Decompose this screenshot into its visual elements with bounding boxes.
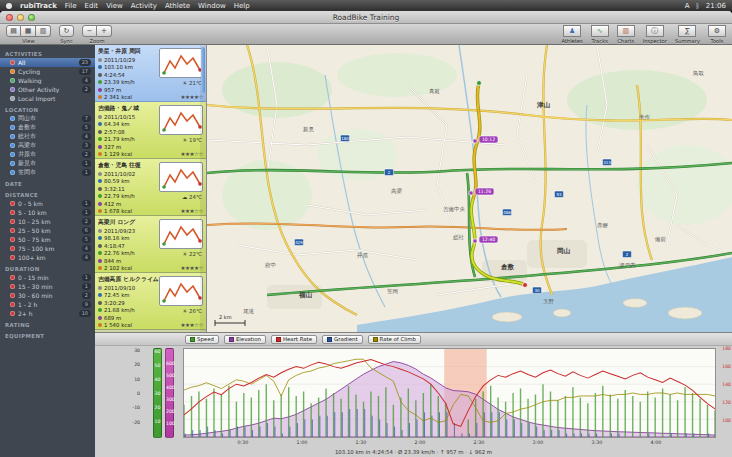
menu-item-6[interactable]: Window <box>198 2 226 10</box>
sidebar-item[interactable]: 15 - 30 min1 <box>0 282 95 291</box>
route-start-marker[interactable] <box>477 81 482 86</box>
sidebar-item[interactable]: 0 - 5 km1 <box>0 199 95 208</box>
legend-gradient[interactable]: Gradient <box>322 335 362 344</box>
elevation-axis: 600500400300200100 <box>165 348 174 438</box>
count-badge: 1 <box>82 169 91 176</box>
map-view[interactable]: 180231353486429302 10:1211:2612:40 津山真庭美… <box>207 45 732 332</box>
sidebar-item[interactable]: 1 - 2 h9 <box>0 300 95 309</box>
menu-item-4[interactable]: Activity <box>131 2 157 10</box>
stat-duration-icon <box>98 73 102 77</box>
map-label: 福山 <box>298 291 313 299</box>
sidebar-section-activities[interactable]: Activities <box>0 47 95 58</box>
sidebar-item[interactable]: 総社市4 <box>0 132 95 141</box>
sidebar-item[interactable]: 10 - 25 km2 <box>0 217 95 226</box>
stat-date-icon <box>98 115 102 119</box>
activity-card[interactable]: 高梁川 ロング2011/09/2398.16 km4:18:4722.76 km… <box>95 216 206 273</box>
count-badge: 4 <box>82 77 91 84</box>
charts-button[interactable]: ▥ <box>617 25 635 37</box>
summary-button[interactable]: ∑ <box>678 25 696 37</box>
sidebar-section-distance[interactable]: Distance <box>0 188 95 199</box>
sidebar-item[interactable]: 岡山市7 <box>0 114 95 123</box>
axis-tick: 60 <box>154 348 161 353</box>
sidebar-item-label: 0 - 5 km <box>18 200 79 207</box>
sidebar-item[interactable]: 高梁市3 <box>0 141 95 150</box>
legend-elevation[interactable]: Elevation <box>224 335 266 344</box>
inspector-button-wrap: ⓘInspector <box>643 25 667 44</box>
sidebar-item[interactable]: Other Activity2 <box>0 85 95 94</box>
count-badge: 1 <box>82 209 91 216</box>
activity-card[interactable]: 吉備路・鬼ノ城2011/10/1564.34 km2:57:0821.79 km… <box>95 102 206 159</box>
menu-item-1[interactable]: File <box>65 2 77 10</box>
chart-plot[interactable] <box>183 348 716 438</box>
sidebar-item[interactable]: 25 - 50 km6 <box>0 226 95 235</box>
athletes-button[interactable]: ♟ <box>563 25 581 37</box>
axis-tick: 120 <box>722 400 731 405</box>
sidebar-item[interactable]: 75 - 100 km4 <box>0 244 95 253</box>
map-label: 赤磐 <box>597 222 609 229</box>
sidebar-item[interactable]: 倉敷市5 <box>0 123 95 132</box>
sidebar-item[interactable]: 笠岡市1 <box>0 168 95 177</box>
sidebar-item[interactable]: 5 - 10 km1 <box>0 208 95 217</box>
sidebar-section-rating[interactable]: Rating <box>0 318 95 329</box>
zoom-in-icon[interactable]: + <box>97 25 112 37</box>
sidebar-item[interactable]: Cycling17 <box>0 67 95 76</box>
menu-item-2[interactable]: Edit <box>85 2 99 10</box>
right-column: 美星・井原 周回2011/10/29103.10 km4:24:5423.39 … <box>95 45 732 457</box>
chart-panel: SpeedElevationHeart RateGradientRate of … <box>95 332 732 457</box>
sidebar-section-location[interactable]: Location <box>0 103 95 114</box>
sidebar-section-equipment[interactable]: Equipment <box>0 329 95 340</box>
close-button[interactable] <box>6 14 13 21</box>
menu-clock[interactable]: 21:06 <box>706 2 726 10</box>
menu-item-0[interactable]: rubiTrack <box>20 2 57 10</box>
sidebar-item[interactable]: All23 <box>0 58 95 67</box>
minimize-button[interactable] <box>17 14 24 21</box>
sidebar-item[interactable]: 50 - 75 km5 <box>0 235 95 244</box>
sidebar-item[interactable]: 2+ h10 <box>0 309 95 318</box>
sidebar-item[interactable]: 30 - 60 min2 <box>0 291 95 300</box>
sidebar-item[interactable]: Walking4 <box>0 76 95 85</box>
sidebar-item[interactable]: 井原市2 <box>0 150 95 159</box>
inspector-button[interactable]: ⓘ <box>646 25 664 37</box>
walking-icon <box>10 78 15 83</box>
title-bar[interactable]: RoadBike Training <box>0 11 732 24</box>
view-details-icon[interactable]: ▥ <box>36 25 51 37</box>
stat-energy-icon <box>98 152 102 156</box>
scrollbar-thumb[interactable] <box>201 47 205 93</box>
count-badge: 4 <box>82 245 91 252</box>
sidebar-item[interactable]: 新見市1 <box>0 159 95 168</box>
legend-heart-rate[interactable]: Heart Rate <box>271 335 317 344</box>
menu-item-3[interactable]: View <box>106 2 123 10</box>
menu-item-7[interactable]: Help <box>234 2 250 10</box>
sync-icon[interactable]: ↻ <box>59 25 74 37</box>
chart-body: 3020100-10-20 605040302010 6005004003002… <box>95 346 732 440</box>
apple-menu-icon[interactable] <box>6 3 12 9</box>
activity-card[interactable]: 美星・井原 周回2011/10/29103.10 km4:24:5423.39 … <box>95 45 206 102</box>
route-end-marker[interactable] <box>523 283 528 288</box>
zoom-button[interactable] <box>28 14 35 21</box>
activity-stat-ascent: 412 m <box>98 200 204 208</box>
stat-value: 103.10 km <box>104 64 133 70</box>
zoom-out-icon[interactable]: − <box>82 25 97 37</box>
view-list-icon[interactable]: ▦ <box>21 25 36 37</box>
location-pin-icon <box>10 143 15 148</box>
bluetooth-icon[interactable]: ᛒ <box>696 2 700 10</box>
activity-list-scrollbar[interactable] <box>200 45 206 332</box>
view-thumbnails-icon[interactable]: ▤ <box>6 25 21 37</box>
legend-speed[interactable]: Speed <box>185 335 219 344</box>
menu-item-5[interactable]: Athlete <box>165 2 190 10</box>
activity-card[interactable]: 倉敷・児島 往復2011/10/0280.59 km3:32:1122.79 k… <box>95 159 206 216</box>
sidebar-item[interactable]: 100+ km4 <box>0 253 95 262</box>
stat-speed-icon <box>98 194 102 198</box>
stat-value: 72.45 km <box>104 292 130 298</box>
sidebar-section-duration[interactable]: Duration <box>0 262 95 273</box>
sidebar-item-label: 2+ h <box>18 310 76 317</box>
legend-swatch <box>276 337 281 342</box>
tools-button[interactable]: ⚙ <box>708 25 726 37</box>
legend-rate-of-climb[interactable]: Rate of Climb <box>368 335 421 344</box>
activity-card[interactable]: 吉備高原 ヒルクライム2011/09/1072.45 km3:20:2921.6… <box>95 273 206 330</box>
sidebar-section-date[interactable]: Date <box>0 177 95 188</box>
input-source-menu[interactable]: A <box>685 2 690 10</box>
sidebar-item[interactable]: Local Import <box>0 94 95 103</box>
sidebar-item[interactable]: 0 - 15 min1 <box>0 273 95 282</box>
tracks-button[interactable]: ∿ <box>591 25 609 37</box>
